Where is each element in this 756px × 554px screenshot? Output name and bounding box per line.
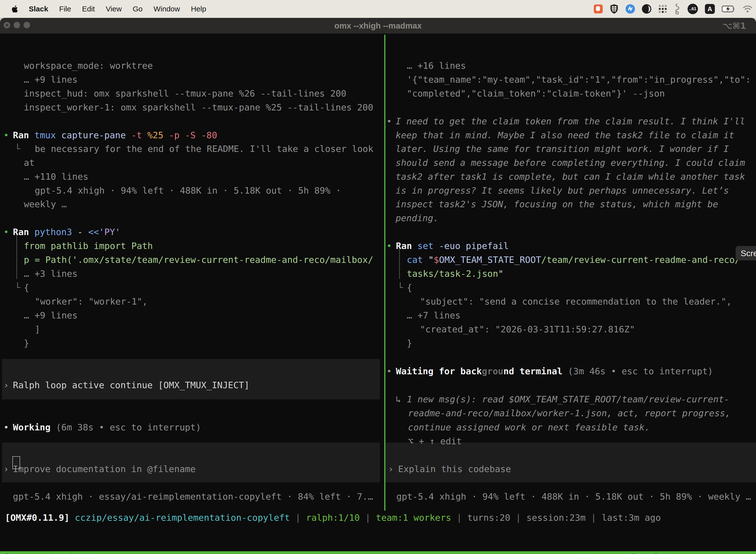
menu-status-area: ..61 A [594,0,753,18]
terminal-line: p = Path('.omx/state/team/review-current… [24,253,373,267]
battery-charging-icon[interactable] [722,5,736,12]
pane-divider[interactable] [384,35,385,510]
text-segment: └ [15,144,20,154]
terminal-line: Working (6m 38s • esc to interrupt) [13,421,201,434]
text-segment: • [3,422,9,432]
text-segment: • [386,116,392,126]
text-segment: Ralph loop active continue [OMX_TMUX_INJ… [13,380,250,390]
terminal-line: weekly … [24,197,67,211]
terminal-line: 1 new msg(s): read $OMX_TEAM_STATE_ROOT/… [407,392,729,406]
text-segment: Working [13,422,56,432]
text-segment: "subject": "send a concise recommendatio… [420,296,732,307]
menu-items: FileEditViewGoWindowHelp [48,5,206,13]
terminal-line: • [3,225,9,239]
text-segment: Explain this codebase [398,464,511,474]
text-segment: • [386,241,392,251]
menu-item-edit[interactable]: Edit [82,5,95,13]
terminal-line: "subject": "send a concise recommendatio… [420,295,732,309]
menu-item-file[interactable]: File [59,5,71,13]
text-segment: -euo pipefail [439,241,509,251]
text-cursor[interactable] [12,456,20,469]
text-segment: gpt-5.4 xhigh · essay/ai-reimplementatio… [13,491,373,502]
terminal-line: inspect_worker-1: omx sparkshell --tmux-… [24,101,373,114]
screen-share-icon[interactable] [594,4,603,13]
window-shortcut-hint: ⌥⌘1 [723,18,746,34]
window-title-bar: omx --xhigh --madmax ⌥⌘1 [0,18,756,34]
menu-item-help[interactable]: Help [191,5,206,13]
terminal-line: be necessary for the end of the README. … [35,142,373,156]
text-segment: workspace_mode: worktree [24,61,153,71]
text-segment: " [428,255,434,265]
text-segment: └ [15,282,20,293]
text-segment: grou [482,366,504,376]
terminal-line: I need to get the claim token from the c… [396,114,745,128]
terminal-line: Ran set -euo pipefail [396,239,509,253]
terminal-line: } [24,336,29,350]
terminal-line: "completed","claim_token":"claim-token"}… [407,87,665,101]
text-segment: "worker": "worker-1", [35,296,147,307]
text-segment: › [388,464,394,474]
battery-percent-badge[interactable]: ..61 [688,4,698,14]
terminal-line: continue assigned work or next feasible … [408,421,650,434]
pie-timer-icon[interactable] [642,4,651,14]
text-segment: session:23m [526,512,585,523]
text-segment: '{"team_name":"my-team","task_id":"1","f… [407,74,751,85]
text-segment: "completed","claim_token":"claim-token"}… [407,88,665,99]
screenshot-tooltip: Scre [736,246,756,260]
terminal-line: ] [35,322,40,336]
terminal-line: } [407,336,412,350]
text-segment: later. Using the same for transition mig… [396,144,729,154]
text-segment: 'PY' [99,227,121,237]
terminal-line: gpt-5.4 xhigh · essay/ai-reimplementatio… [13,490,373,504]
terminal-line: • [386,365,392,378]
terminal-line: tasks/task-2.json" [407,267,504,281]
menu-app-name[interactable]: Slack [29,5,48,13]
apple-menu-icon[interactable] [11,5,19,13]
text-segment: 1 new msg(s): read $OMX_TEAM_STATE_ROOT/… [407,394,729,404]
terminal-line: └ [15,281,20,295]
text-segment: cat [407,255,428,265]
text-segment: $ [434,255,439,265]
menu-item-view[interactable]: View [106,5,122,13]
menu-item-window[interactable]: Window [153,5,180,13]
text-segment: be necessary for the end of the README. … [35,144,373,154]
text-segment: is in progress? It seems likely but perh… [396,185,729,196]
terminal-line: ⌥ + ↑ edit [408,434,462,448]
wifi-icon[interactable] [743,5,753,13]
terminal-line: • [3,421,9,434]
terminal-line: … +9 lines [24,309,78,322]
dots-grid-icon[interactable] [658,4,667,13]
terminal-line: is in progress? It seems likely but perh… [396,184,729,198]
text-segment: -p [169,130,185,140]
text-segment: inspect_worker-1: omx sparkshell --tmux-… [24,102,373,112]
text-segment: (6m 38s • esc to interrupt) [56,422,201,432]
text-segment: Improve documentation in @filename [13,464,196,474]
terminal-line: from pathlib import Path [24,239,153,253]
hook-icon[interactable] [674,3,681,14]
terminal-line: › [388,462,394,476]
text-segment: └ [397,282,403,293]
omx-status-line: [OMX#0.11.9] cczip/essay/ai-reimplementa… [5,511,661,525]
text-segment: pending. [396,213,439,223]
text-segment: p = Path('.omx/state/team/review-current… [24,255,373,265]
output-connector-line [16,233,17,279]
text-segment: Ran [13,130,35,140]
text-segment: … +3 lines [24,269,78,279]
shield-grid-icon[interactable] [610,4,619,14]
text-segment: • [3,227,9,237]
sync-badge-icon[interactable] [626,4,635,14]
terminal-line: • [3,128,9,142]
input-source-badge[interactable]: A [705,4,715,14]
text-segment: python3 [35,227,77,237]
text-segment: › [3,464,9,474]
terminal-line: gpt-5.4 xhigh · 94% left · 488K in · 5.1… [396,490,751,504]
text-segment: … +9 lines [24,74,78,85]
text-segment: << [88,227,99,237]
text-segment: capture-pane [61,130,131,140]
text-segment: cczip/essay/ai-reimplementation-copyleft [75,512,290,523]
terminal-line: … +110 lines [24,170,88,184]
text-segment: tasks/task-2.json [407,269,498,279]
menu-item-go[interactable]: Go [133,5,143,13]
text-segment: } [24,338,29,348]
text-segment: inspect_hud: omx sparkshell --tmux-pane … [24,88,346,99]
